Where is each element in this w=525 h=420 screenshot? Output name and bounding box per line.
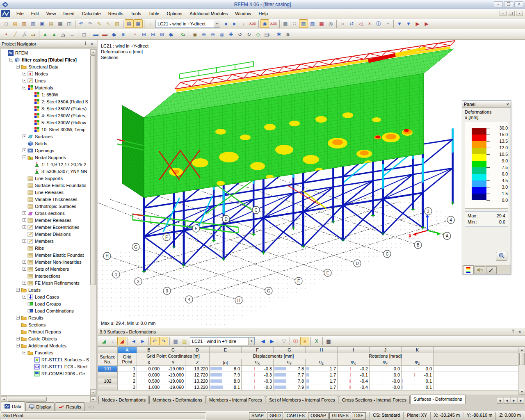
zoom-window-button[interactable]: ⊕ <box>199 30 208 39</box>
generate-surface-button[interactable]: ⊠ <box>158 30 167 39</box>
value-cell[interactable]: -0.4 <box>338 378 370 384</box>
convert-button[interactable]: ↻▾ <box>178 30 187 39</box>
render-mode-button[interactable]: ◉ <box>190 30 199 39</box>
menu-tools[interactable]: Tools <box>127 10 145 17</box>
table-export-down-button[interactable]: ↓ <box>108 337 117 345</box>
wireframe-button[interactable]: ▩ <box>281 19 290 28</box>
tree-item-variable-thicknesses[interactable]: Variable Thicknesses <box>1 196 96 203</box>
object-info-button[interactable]: ⓘ <box>374 19 383 28</box>
table-redo-button[interactable]: ↷ <box>159 337 168 345</box>
chevron-down-icon[interactable]: ▼ <box>248 338 254 345</box>
menu-additional-modules[interactable]: Additional Modules <box>186 10 231 17</box>
mdi-close-button[interactable]: × <box>516 11 523 16</box>
surface-row-header[interactable] <box>98 372 118 378</box>
value-cell[interactable]: -0.1 <box>402 372 434 378</box>
navigator-close-icon[interactable]: × <box>89 41 95 46</box>
results-tab-members-deformations[interactable]: Members - Deformations <box>149 396 205 404</box>
navigator-tab-results[interactable]: Results <box>55 402 85 411</box>
new-load-case-button[interactable]: ↓ <box>146 19 155 28</box>
tree-item-additional-modules[interactable]: −Additional Modules <box>1 342 96 349</box>
copy-button[interactable]: ▤ <box>47 19 56 28</box>
column-header-J[interactable]: J <box>370 347 402 353</box>
show-results-button[interactable]: ◉ <box>260 19 269 28</box>
result-panel[interactable]: Panel × Deformations u [mm] 30.015.013.5… <box>462 100 511 274</box>
column-header-H[interactable]: H <box>306 347 338 353</box>
tree-item-guide-objects[interactable]: +Guide Objects <box>1 335 96 342</box>
collapse-icon[interactable]: − <box>16 344 20 347</box>
tree-item-nodal-supports[interactable]: −Nodal Supports <box>1 154 96 161</box>
redo-button[interactable]: ↷ <box>86 19 95 28</box>
line-button[interactable]: ╱ <box>11 30 20 39</box>
pin-icon[interactable] <box>82 41 89 46</box>
dot-grid-button[interactable]: ∷ <box>290 19 299 28</box>
surface-row-header[interactable] <box>98 384 118 390</box>
save-button[interactable]: ▣ <box>38 19 47 28</box>
tree-item-10-steel-300w-temp[interactable]: 10: Steel 300W, Temp <box>1 126 96 133</box>
table-lc-next-button[interactable]: ▶ <box>267 337 276 345</box>
surface-row-header[interactable]: 101 <box>98 366 118 372</box>
isometric-view-button[interactable]: ◇ <box>253 30 262 39</box>
tree-item-solids[interactable]: Solids <box>1 140 96 147</box>
member-hinge-button[interactable]: △▾ <box>59 30 68 39</box>
tree-item-ribs[interactable]: Ribs <box>1 244 96 251</box>
column-header-D[interactable]: D <box>185 347 210 353</box>
print-preview-button[interactable]: ◫ <box>65 19 74 28</box>
value-cell[interactable]: -0.2 <box>338 366 370 372</box>
collapse-icon[interactable]: − <box>23 351 26 354</box>
move-copy-button[interactable]: ▼ <box>395 19 404 28</box>
column-header-K[interactable]: K <box>402 347 434 353</box>
value-cell[interactable]: -0.3 <box>242 372 274 378</box>
menu-table[interactable]: Table <box>145 10 163 17</box>
go-to-load-button[interactable]: ↓ <box>239 19 248 28</box>
expand-icon[interactable]: + <box>23 225 26 229</box>
tree-item-4-steel-260w-plates[interactable]: 4: Steel 260W (Plates, <box>1 112 96 119</box>
expand-icon[interactable]: + <box>23 135 26 138</box>
value-cell[interactable]: 0.0 <box>370 372 402 378</box>
tab-scroll-first-icon[interactable]: ◀ <box>497 397 503 404</box>
table-lc-prev-button[interactable]: ◀ <box>258 337 267 345</box>
surface-button[interactable]: ▬▾ <box>91 30 100 39</box>
value-cell[interactable]: 8.1 <box>210 384 242 390</box>
value-cell[interactable]: 0.1 <box>402 378 434 384</box>
collapse-icon[interactable]: − <box>9 58 13 62</box>
column-header-C[interactable]: C <box>161 347 185 353</box>
expand-icon[interactable]: + <box>23 295 26 299</box>
model-view[interactable]: X Y CDEFGH1234ABCDEFGH34 LC21 : wind in … <box>98 40 525 328</box>
polyline-button[interactable]: ▱▾ <box>29 30 38 39</box>
column-header-E[interactable]: E <box>210 347 242 353</box>
table-close-icon[interactable]: × <box>516 329 523 334</box>
mdi-restore-button[interactable]: ❐ <box>508 11 515 16</box>
undo-button[interactable]: ↶ <box>77 19 86 28</box>
zoom-out-button[interactable]: ⊖ <box>208 30 217 39</box>
project-2-button[interactable]: ▶ <box>422 19 431 28</box>
grid-point-cell[interactable]: 2 <box>118 378 137 384</box>
coordinate-cell[interactable]: 0.500 <box>137 378 161 384</box>
coordinate-cell[interactable]: -19.060 <box>161 366 185 372</box>
open-button[interactable]: ▤ <box>11 19 20 28</box>
expand-icon[interactable]: + <box>23 267 26 271</box>
tree-scroll-thumb[interactable] <box>90 55 96 285</box>
column-header-I[interactable]: I <box>338 347 370 353</box>
structure-model[interactable]: X Y CDEFGH1234ABCDEFGH34 <box>98 40 525 328</box>
tree-vertical-scrollbar[interactable]: ▲ ▼ <box>90 49 96 395</box>
value-cell[interactable]: 7.8 <box>274 366 306 372</box>
value-cell[interactable]: -0.3 <box>242 378 274 384</box>
value-cell[interactable]: -0.3 <box>242 366 274 372</box>
mdi-minimize-button[interactable]: − <box>500 11 507 16</box>
tree-item-loads[interactable]: −Loads <box>1 286 96 293</box>
tree-item-5-steel-300w-hollow[interactable]: 5: Steel 300W (Hollow <box>1 119 96 126</box>
fe-refinement-button[interactable]: ⊞ <box>148 30 158 39</box>
regenerate-button[interactable]: ◔ <box>383 19 392 28</box>
expand-icon[interactable]: + <box>16 316 20 320</box>
tree-item-member-eccentricities[interactable]: +Member Eccentricities <box>1 224 96 231</box>
tree-item-line-supports[interactable]: Line Supports <box>1 175 96 182</box>
restore-button[interactable]: ❐ <box>504 1 513 7</box>
expand-icon[interactable]: + <box>23 211 26 215</box>
menu-view[interactable]: View <box>43 10 60 17</box>
status-toggle-snap[interactable]: SNAP <box>249 412 266 420</box>
load-case-selector[interactable]: LC21 - wind in +Y-dire▼ <box>190 337 255 345</box>
select-window-button[interactable]: ◻ <box>80 30 89 39</box>
tree-item-surfaces[interactable]: +Surfaces <box>1 133 96 140</box>
value-cell[interactable]: 7.9 <box>274 384 306 390</box>
rotate-view-button[interactable]: ↺ <box>347 19 356 28</box>
